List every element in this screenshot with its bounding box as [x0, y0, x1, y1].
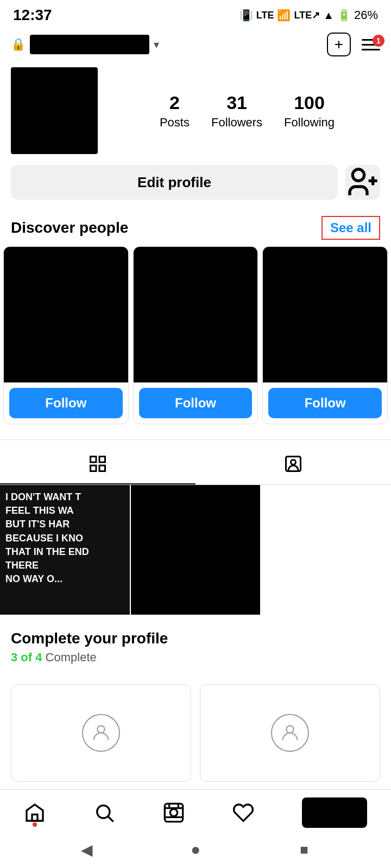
progress-suffix: Complete: [42, 650, 96, 664]
tab-tagged[interactable]: [195, 444, 391, 484]
person-icon-1: [90, 722, 112, 744]
grid-icon: [88, 454, 108, 474]
svg-rect-4: [99, 457, 105, 463]
complete-profile-title: Complete your profile: [11, 630, 380, 647]
back-button[interactable]: ◀: [77, 840, 97, 859]
heart-icon: [232, 802, 254, 824]
following-stat[interactable]: 100 Following: [284, 92, 335, 130]
following-count: 100: [294, 92, 325, 113]
progress-fraction: 3 of 4: [11, 650, 42, 664]
posts-label: Posts: [160, 116, 190, 130]
svg-rect-3: [91, 457, 97, 463]
svg-rect-6: [99, 465, 105, 471]
posts-count: 2: [169, 92, 180, 113]
svg-point-8: [291, 460, 296, 465]
followers-count: 31: [226, 92, 247, 113]
battery-icon: 🔋: [337, 9, 351, 22]
followers-stat[interactable]: 31 Followers: [211, 92, 262, 130]
lte-icon: LTE: [256, 10, 274, 21]
signal-icon: ▲: [323, 9, 334, 22]
menu-line-3: [362, 49, 380, 50]
notification-badge: 1: [373, 35, 384, 47]
complete-card-1[interactable]: [11, 684, 191, 782]
svg-rect-14: [165, 803, 182, 821]
home-circle-icon: ●: [191, 840, 200, 859]
discover-card-3: Follow: [262, 246, 388, 424]
profile-avatar[interactable]: [11, 67, 98, 154]
svg-point-10: [286, 725, 293, 732]
profile-section: 2 Posts 31 Followers 100 Following: [0, 63, 391, 165]
nav-actions: + 1: [327, 33, 380, 56]
menu-icon-wrap[interactable]: 1: [362, 39, 380, 50]
discover-card-1: Follow: [3, 246, 129, 424]
complete-card-2[interactable]: [200, 684, 380, 782]
reels-icon: [163, 802, 185, 824]
home-icon: [24, 802, 46, 824]
chevron-down-icon[interactable]: ▾: [154, 38, 159, 51]
complete-profile-section: Complete your profile 3 of 4 Complete: [0, 615, 391, 675]
add-post-button[interactable]: +: [327, 33, 351, 56]
profile-stats: 2 Posts 31 Followers 100 Following: [114, 92, 380, 130]
follow-button-1[interactable]: Follow: [9, 388, 123, 418]
recents-icon: ■: [300, 841, 308, 858]
home-button[interactable]: ●: [186, 840, 205, 859]
status-time: 12:37: [13, 7, 52, 24]
back-icon: ◀: [81, 841, 93, 859]
nav-profile[interactable]: [302, 797, 367, 828]
svg-line-13: [109, 817, 113, 822]
bottom-nav: ◀ ● ■: [0, 789, 391, 868]
discover-card-image-2: [134, 247, 258, 382]
post-thumb-3: [261, 485, 391, 615]
discover-title: Discover people: [11, 219, 128, 237]
status-icons: 📳 LTE 📶 LTE↗ ▲ 🔋 26%: [239, 8, 378, 22]
username-redacted: [30, 35, 149, 54]
nav-heart[interactable]: [232, 802, 254, 824]
plus-icon: +: [335, 36, 343, 53]
bottom-nav-items: [0, 790, 391, 833]
discover-header: Discover people See all: [0, 210, 391, 246]
status-bar: 12:37 📳 LTE 📶 LTE↗ ▲ 🔋 26%: [0, 0, 391, 28]
posts-stat[interactable]: 2 Posts: [160, 92, 190, 130]
discover-card-2: Follow: [133, 246, 258, 424]
profile-actions: Edit profile: [0, 165, 391, 210]
battery-percent: 26%: [354, 8, 378, 22]
post-thumb-2[interactable]: [131, 485, 261, 615]
post-content-2: [131, 485, 261, 615]
tab-grid[interactable]: [0, 444, 195, 484]
svg-rect-11: [32, 814, 37, 821]
following-label: Following: [284, 116, 335, 130]
add-friend-icon: [345, 165, 380, 200]
discover-card-image-3: [263, 247, 387, 382]
follow-button-3[interactable]: Follow: [268, 388, 382, 418]
post-thumb-1[interactable]: I DON'T WANT TFEEL THIS WABUT IT'S HARBE…: [0, 485, 130, 615]
complete-profile-progress: 3 of 4 Complete: [11, 650, 380, 665]
nav-search[interactable]: [93, 802, 115, 824]
lte2-icon: LTE↗: [294, 9, 320, 21]
nav-reels[interactable]: [163, 802, 185, 824]
follow-button-2[interactable]: Follow: [139, 388, 253, 418]
lock-icon: 🔒: [11, 37, 26, 52]
nav-home[interactable]: [24, 802, 46, 824]
svg-point-15: [170, 809, 177, 816]
see-all-button[interactable]: See all: [321, 216, 380, 240]
discover-card-image-1: [4, 247, 128, 382]
username-area[interactable]: 🔒 ▾: [11, 35, 159, 54]
wifi-icon: 📶: [277, 9, 291, 22]
vibrate-icon: 📳: [239, 9, 253, 22]
person-icon-2: [279, 722, 301, 744]
system-nav: ◀ ● ■: [0, 833, 391, 868]
discover-cards: Follow Follow Follow: [0, 246, 391, 435]
recents-button[interactable]: ■: [294, 840, 314, 859]
add-friend-button[interactable]: [345, 165, 380, 200]
posts-grid: I DON'T WANT TFEEL THIS WABUT IT'S HARBE…: [0, 485, 391, 615]
search-icon: [93, 802, 115, 824]
section-divider: [0, 439, 391, 440]
post-content-1: I DON'T WANT TFEEL THIS WABUT IT'S HARBE…: [0, 485, 130, 615]
edit-profile-button[interactable]: Edit profile: [11, 165, 338, 200]
svg-point-9: [97, 725, 104, 732]
avatar-placeholder-1: [82, 714, 120, 752]
followers-label: Followers: [211, 116, 262, 130]
content-tabs: [0, 444, 391, 485]
tagged-icon: [283, 454, 303, 474]
svg-point-12: [97, 806, 110, 818]
